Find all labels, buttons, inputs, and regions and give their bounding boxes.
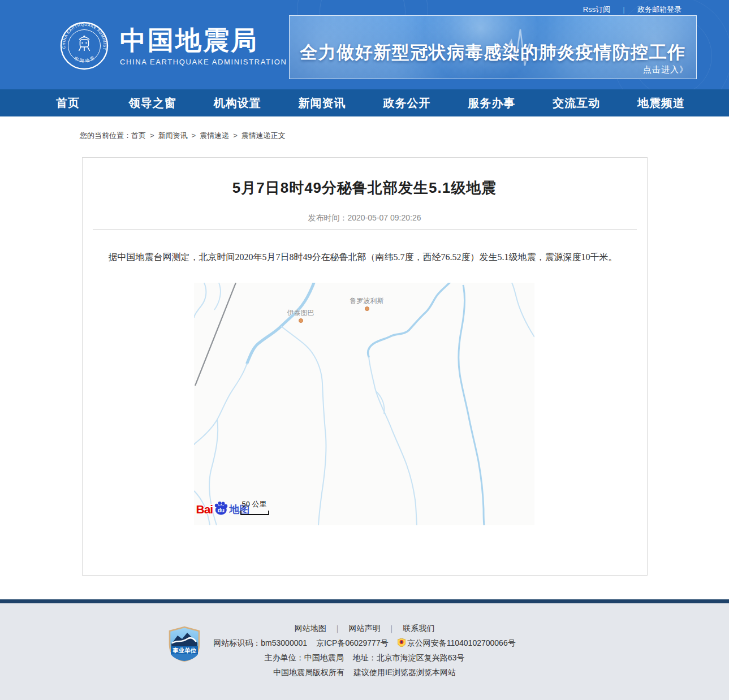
breadcrumb: 您的当前位置：首页>新闻资讯>震情速递>震情速递正文 [80,131,729,142]
icp-number: 京ICP备06029777号 [316,638,389,647]
public-security-registration-link[interactable]: 京公网安备11040102700066号 [407,638,516,647]
site-title: 中国地震局 [120,26,287,54]
site-footer: 事业单位 网站地图｜网站声明｜联系我们 网站标识码：bm53000001京ICP… [0,603,729,700]
nav-item-services[interactable]: 服务办事 [449,89,534,116]
seismoscope-icon [79,36,90,51]
breadcrumb-separator: > [233,131,238,140]
map-city-label: 伊泰图巴 [287,308,314,318]
site-id-code: 网站标识码：bm53000001 [213,638,307,647]
city-dot-icon [299,318,303,323]
baidu-du-text: du [218,507,225,513]
site-subtitle: CHINA EARTHQUAKE ADMINISTRATION [120,58,287,66]
nav-item-news[interactable]: 新闻资讯 [280,89,365,116]
public-security-emblem-icon [398,638,406,647]
map-road [195,283,236,386]
address: 地址：北京市海淀区复兴路63号 [353,653,465,662]
article-title: 5月7日8时49分秘鲁北部发生5.1级地震 [83,158,647,198]
cea-seal-icon: CHINA EARTHQUAKE ADMINISTRATION 中国地震局 [60,21,109,70]
site-header: Rss订阅 ｜ 政务邮箱登录 CHINA EARTHQUAKE ADMINIST… [0,0,729,89]
baidu-logo-text: Bai [196,503,213,516]
main-nav: 首页 领导之窗 机构设置 新闻资讯 政务公开 服务办事 交流互动 地震频道 [0,89,729,116]
nav-item-home[interactable]: 首页 [25,89,110,116]
nav-item-earthquake-channel[interactable]: 地震频道 [619,89,704,116]
publish-time-label: 发布时间： [308,213,348,222]
article-body: 据中国地震台网测定，北京时间2020年5月7日8时49分在秘鲁北部（南纬5.7度… [90,247,639,267]
map-city-marker: 鲁罗波利斯 [350,296,384,311]
brand-logo-home-link[interactable]: CHINA EARTHQUAKE ADMINISTRATION 中国地震局 [60,21,287,70]
breadcrumb-quake-express[interactable]: 震情速递 [200,131,229,140]
publish-time-value: 2020-05-07 09:20:26 [348,213,421,222]
top-utility-links: Rss订阅 ｜ 政务邮箱登录 [583,5,681,15]
toplink-divider: ｜ [620,5,627,15]
breadcrumb-news[interactable]: 新闻资讯 [158,131,188,140]
map-features [194,283,534,525]
map-city-label: 鲁罗波利斯 [350,296,384,306]
page: Rss订阅 ｜ 政务邮箱登录 CHINA EARTHQUAKE ADMINIST… [0,0,729,700]
public-institution-badge[interactable]: 事业单位 [168,626,201,662]
map-scale: 50 公里 [240,499,270,516]
map-city-marker: 伊泰图巴 [287,308,314,323]
map-scale-bar [240,510,270,516]
earthquake-location-map[interactable]: 鲁罗波利斯 伊泰图巴 Bai du [194,283,534,525]
breadcrumb-prefix: 您的当前位置： [80,131,131,140]
rss-subscribe-link[interactable]: Rss订阅 [583,5,610,15]
footer-link-divider: ｜ [388,624,396,633]
footer-divider-bar [0,599,729,603]
title-divider [93,229,637,230]
covid-campaign-banner[interactable]: 全力做好新型冠状病毒感染的肺炎疫情防控工作 点击进入》 [289,15,697,79]
brand-text: 中国地震局 CHINA EARTHQUAKE ADMINISTRATION [120,26,287,66]
browser-advice: 建议使用IE浏览器浏览本网站 [353,668,456,677]
breadcrumb-separator: > [192,131,196,140]
footer-link-statement[interactable]: 网站声明 [349,624,381,633]
map-scale-label: 50 公里 [240,499,270,509]
breadcrumb-separator: > [150,131,154,140]
footer-organizer-row: 主办单位：中国地震局地址：北京市海淀区复兴路63号 [0,652,729,663]
baidu-paw-icon: du [213,500,228,518]
breadcrumb-current: 震情速递正文 [241,131,286,140]
footer-link-sitemap[interactable]: 网站地图 [295,624,326,633]
banner-enter-link[interactable]: 点击进入》 [643,64,688,75]
copyright: 中国地震局版权所有 [273,668,344,677]
organizer: 主办单位：中国地震局 [265,653,344,662]
badge-label: 事业单位 [172,647,197,654]
footer-copyright-row: 中国地震局版权所有建议使用IE浏览器浏览本网站 [0,667,729,678]
footer-link-contact[interactable]: 联系我们 [403,624,434,633]
city-dot-icon [365,306,369,311]
footer-links-row: 网站地图｜网站声明｜联系我们 [0,623,729,634]
article-container: 5月7日8时49分秘鲁北部发生5.1级地震 发布时间：2020-05-07 09… [82,157,648,576]
breadcrumb-home[interactable]: 首页 [131,131,146,140]
footer-link-divider: ｜ [334,624,342,633]
publish-time: 发布时间：2020-05-07 09:20:26 [83,213,647,223]
nav-item-interaction[interactable]: 交流互动 [534,89,619,116]
nav-item-leadership[interactable]: 领导之窗 [110,89,195,116]
banner-slogan: 全力做好新型冠状病毒感染的肺炎疫情防控工作 [290,41,696,64]
gov-mail-login-link[interactable]: 政务邮箱登录 [637,5,681,15]
nav-item-organization[interactable]: 机构设置 [195,89,280,116]
nav-item-gov-affairs[interactable]: 政务公开 [365,89,450,116]
footer-registration-row: 网站标识码：bm53000001京ICP备06029777号京公网安备11040… [0,637,729,649]
